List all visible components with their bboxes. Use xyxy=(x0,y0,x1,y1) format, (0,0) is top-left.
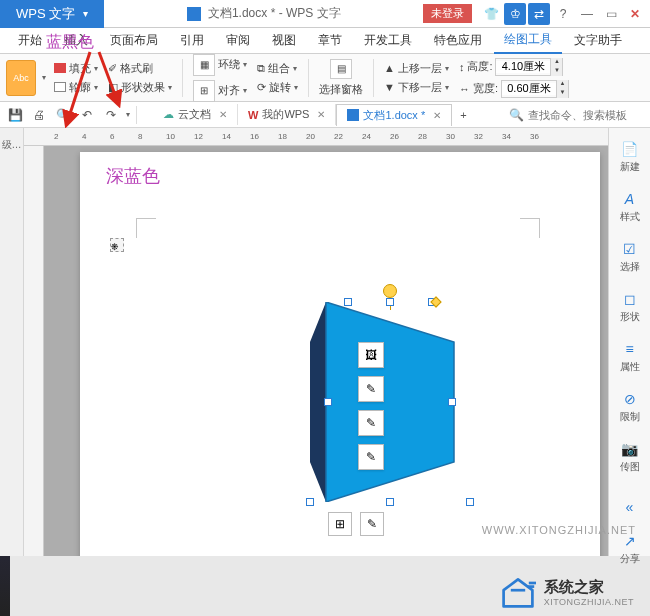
rp-select[interactable]: ☑选择 xyxy=(620,236,640,278)
layout-options-button[interactable]: ⊞ xyxy=(328,512,352,536)
bring-forward-button[interactable]: ▲ 上移一层▾ xyxy=(382,60,451,77)
right-panel: 📄新建 A样式 ☑选择 ◻形状 ≡属性 ⊘限制 📷传图 « ↗分享 xyxy=(608,128,650,556)
collapse-icon: « xyxy=(621,498,639,516)
group-label: 组合 xyxy=(268,61,290,76)
resize-handle-bl[interactable] xyxy=(306,498,314,506)
shape-icon: ◻ xyxy=(621,290,639,308)
resize-handle-tl[interactable] xyxy=(344,298,352,306)
crown-icon[interactable]: ♔ xyxy=(504,3,526,25)
bring-forward-icon: ▲ xyxy=(384,62,395,74)
selection-pane-button[interactable]: ▤ 选择窗格 xyxy=(317,58,365,98)
align-icon: ⊞ xyxy=(193,80,215,102)
ruler-horizontal[interactable]: 2 4 6 8 10 12 14 16 18 20 22 24 26 28 30… xyxy=(24,128,608,146)
resize-handle-bottom[interactable] xyxy=(386,498,394,506)
mini-outline-button[interactable]: ✎ xyxy=(358,376,384,402)
width-up[interactable]: ▲ xyxy=(556,80,568,89)
page-canvas[interactable]: 深蓝色 ⎈ xyxy=(80,152,600,556)
ruler-tick: 20 xyxy=(306,132,334,141)
height-down[interactable]: ▼ xyxy=(550,67,562,76)
cloud-icon: ☁ xyxy=(163,108,174,121)
ruler-vertical[interactable] xyxy=(24,146,44,556)
rp-style[interactable]: A样式 xyxy=(620,186,640,228)
rotate-handle[interactable] xyxy=(383,284,397,298)
shape-style-gallery[interactable]: Abc xyxy=(6,60,36,96)
props-icon: ≡ xyxy=(621,340,639,358)
ruler-tick: 16 xyxy=(250,132,278,141)
shape-style-caret-icon[interactable]: ▾ xyxy=(42,73,46,82)
mini-fill-button[interactable]: 🖼 xyxy=(358,342,384,368)
doc-tab-add-button[interactable]: + xyxy=(452,106,474,124)
width-row: ↔ 宽度: ▲▼ xyxy=(457,79,571,99)
help-icon[interactable]: ? xyxy=(552,3,574,25)
resize-handle-br[interactable] xyxy=(466,498,474,506)
send-backward-button[interactable]: ▼ 下移一层▾ xyxy=(382,79,451,96)
tab-view[interactable]: 视图 xyxy=(262,28,306,53)
wrap-button[interactable]: ▦ 环绕▾ xyxy=(191,53,249,77)
tab-text-helper[interactable]: 文字助手 xyxy=(564,28,632,53)
doc-tab-cloud[interactable]: ☁ 云文档 ✕ xyxy=(153,104,238,125)
tab-close-icon[interactable]: ✕ xyxy=(433,110,441,121)
ruler-tick: 22 xyxy=(334,132,362,141)
resize-handle-right[interactable] xyxy=(448,398,456,406)
qat-separator xyxy=(136,106,137,124)
ribbon-separator xyxy=(182,59,183,97)
switch-icon[interactable]: ⇄ xyxy=(528,3,550,25)
document-tabs: ☁ 云文档 ✕ W 我的WPS ✕ 文档1.docx * ✕ + xyxy=(153,104,475,126)
qat-save-button[interactable]: 💾 xyxy=(6,106,24,124)
document-viewport[interactable]: 2 4 6 8 10 12 14 16 18 20 22 24 26 28 30… xyxy=(24,128,608,556)
tab-special[interactable]: 特色应用 xyxy=(424,28,492,53)
height-up[interactable]: ▲ xyxy=(550,58,562,67)
tab-section[interactable]: 章节 xyxy=(308,28,352,53)
height-stepper[interactable]: ▲▼ xyxy=(495,58,563,76)
login-badge[interactable]: 未登录 xyxy=(423,4,472,23)
floating-shape-toolbar: 🖼 ✎ ✎ ✎ xyxy=(358,342,384,470)
mini-effect-button[interactable]: ✎ xyxy=(358,410,384,436)
resize-handle-left[interactable] xyxy=(324,398,332,406)
wrap-label: 环绕 xyxy=(218,57,240,72)
maximize-button[interactable]: ▭ xyxy=(600,3,622,25)
minimize-button[interactable]: — xyxy=(576,3,598,25)
rotate-button[interactable]: ⟳ 旋转▾ xyxy=(255,79,300,96)
ruler-tick: 30 xyxy=(446,132,474,141)
tab-references[interactable]: 引用 xyxy=(170,28,214,53)
skin-icon[interactable]: 👕 xyxy=(480,3,502,25)
ruler-tick: 4 xyxy=(82,132,110,141)
doc-tab-mywps[interactable]: W 我的WPS ✕ xyxy=(238,104,336,125)
rp-props[interactable]: ≡属性 xyxy=(620,336,640,378)
width-label: 宽度: xyxy=(473,81,498,96)
app-menu-button[interactable]: WPS 文字 ▾ xyxy=(0,0,104,28)
tab-review[interactable]: 审阅 xyxy=(216,28,260,53)
new-icon: 📄 xyxy=(621,140,639,158)
rp-collapse[interactable]: « xyxy=(621,494,639,520)
ruler-tick: 2 xyxy=(54,132,82,141)
qat-print-button[interactable]: 🖨 xyxy=(30,106,48,124)
tab-dev-tools[interactable]: 开发工具 xyxy=(354,28,422,53)
search-icon[interactable]: 🔍 xyxy=(509,108,524,122)
rp-restrict[interactable]: ⊘限制 xyxy=(620,386,640,428)
tab-close-icon[interactable]: ✕ xyxy=(317,109,325,120)
width-input[interactable] xyxy=(502,83,556,95)
resize-handle-top[interactable] xyxy=(386,298,394,306)
align-button[interactable]: ⊞ 对齐▾ xyxy=(191,79,249,103)
group-button[interactable]: ⧉ 组合▾ xyxy=(255,60,300,77)
doc-icon xyxy=(347,109,359,121)
rp-upload-img[interactable]: 📷传图 xyxy=(620,436,640,478)
trapezoid-shape[interactable] xyxy=(310,302,470,502)
ribbon-separator xyxy=(373,59,374,97)
command-search-input[interactable] xyxy=(528,109,638,121)
width-stepper[interactable]: ▲▼ xyxy=(501,80,569,98)
layout-edit-button[interactable]: ✎ xyxy=(360,512,384,536)
doc-tab-current[interactable]: 文档1.docx * ✕ xyxy=(336,104,452,126)
footer-house-icon xyxy=(500,574,536,610)
rp-shape[interactable]: ◻形状 xyxy=(620,286,640,328)
rp-new[interactable]: 📄新建 xyxy=(620,136,640,178)
annotation-blue-black-label: 蓝黑色 xyxy=(46,32,94,53)
height-input[interactable] xyxy=(496,61,550,73)
qat-more-icon[interactable]: ▾ xyxy=(126,110,130,119)
close-button[interactable]: ✕ xyxy=(624,3,646,25)
selected-shape[interactable] xyxy=(310,302,470,502)
tab-close-icon[interactable]: ✕ xyxy=(219,109,227,120)
width-down[interactable]: ▼ xyxy=(556,89,568,98)
tab-drawing-tools[interactable]: 绘图工具 xyxy=(494,27,562,54)
mini-style-button[interactable]: ✎ xyxy=(358,444,384,470)
